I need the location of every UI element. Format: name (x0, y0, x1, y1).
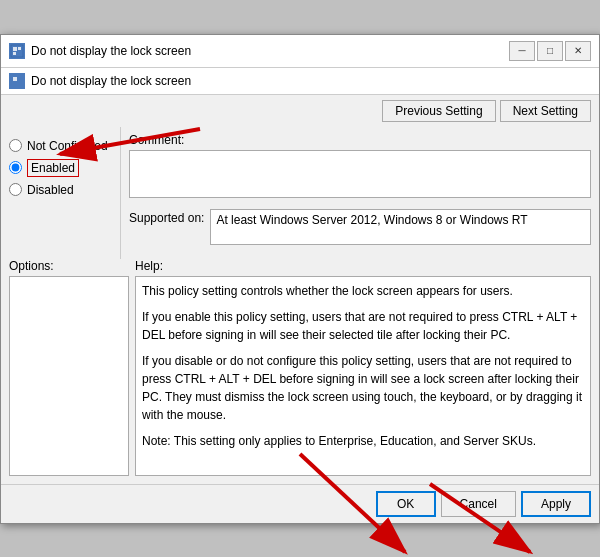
window-title: Do not display the lock screen (31, 44, 191, 58)
disabled-radio[interactable] (9, 183, 22, 196)
header-icon (9, 73, 25, 89)
enabled-radio[interactable] (9, 161, 22, 174)
lower-panels: Options: Help: This policy setting contr… (1, 259, 599, 484)
apply-button[interactable]: Apply (521, 491, 591, 517)
header-title: Do not display the lock screen (31, 74, 191, 88)
supported-section: Supported on: At least Windows Server 20… (129, 209, 591, 245)
maximize-button[interactable]: □ (537, 41, 563, 61)
comment-textarea[interactable] (129, 150, 591, 198)
help-label: Help: (135, 259, 591, 273)
supported-label: Supported on: (129, 209, 204, 225)
svg-rect-1 (13, 47, 17, 51)
not-configured-label: Not Configured (27, 139, 108, 153)
ok-button[interactable]: OK (376, 491, 436, 517)
window-icon (9, 43, 25, 59)
help-para-3: If you disable or do not configure this … (142, 352, 584, 424)
title-bar: Do not display the lock screen ─ □ ✕ (1, 35, 599, 68)
options-label: Options: (9, 259, 129, 273)
radio-group: Not Configured Enabled Disabled (9, 139, 112, 197)
title-controls: ─ □ ✕ (509, 41, 591, 61)
options-box (9, 276, 129, 476)
options-panel: Options: (9, 259, 129, 476)
disabled-option[interactable]: Disabled (9, 183, 112, 197)
header-bar: Do not display the lock screen (1, 68, 599, 95)
main-content: Not Configured Enabled Disabled Com (1, 127, 599, 259)
toolbar: Previous Setting Next Setting (1, 95, 599, 127)
right-panel: Comment: Supported on: At least Windows … (121, 127, 599, 259)
next-setting-button[interactable]: Next Setting (500, 100, 591, 122)
supported-value: At least Windows Server 2012, Windows 8 … (210, 209, 591, 245)
comment-label: Comment: (129, 133, 591, 147)
close-button[interactable]: ✕ (565, 41, 591, 61)
bottom-bar: OK Cancel Apply (1, 484, 599, 523)
svg-rect-3 (13, 52, 16, 55)
left-panel: Not Configured Enabled Disabled (1, 127, 121, 259)
enabled-label: Enabled (27, 159, 79, 177)
help-panel: Help: This policy setting controls wheth… (135, 259, 591, 476)
not-configured-option[interactable]: Not Configured (9, 139, 112, 153)
svg-rect-5 (13, 77, 17, 81)
help-text: This policy setting controls whether the… (135, 276, 591, 476)
svg-rect-2 (18, 47, 21, 50)
help-para-4: Note: This setting only applies to Enter… (142, 432, 584, 450)
help-para-1: This policy setting controls whether the… (142, 282, 584, 300)
not-configured-radio[interactable] (9, 139, 22, 152)
help-para-2: If you enable this policy setting, users… (142, 308, 584, 344)
comment-section: Comment: (129, 133, 591, 201)
enabled-option[interactable]: Enabled (9, 159, 112, 177)
title-bar-left: Do not display the lock screen (9, 43, 191, 59)
main-window: Do not display the lock screen ─ □ ✕ Do … (0, 34, 600, 524)
minimize-button[interactable]: ─ (509, 41, 535, 61)
cancel-button[interactable]: Cancel (441, 491, 516, 517)
disabled-label: Disabled (27, 183, 74, 197)
previous-setting-button[interactable]: Previous Setting (382, 100, 495, 122)
